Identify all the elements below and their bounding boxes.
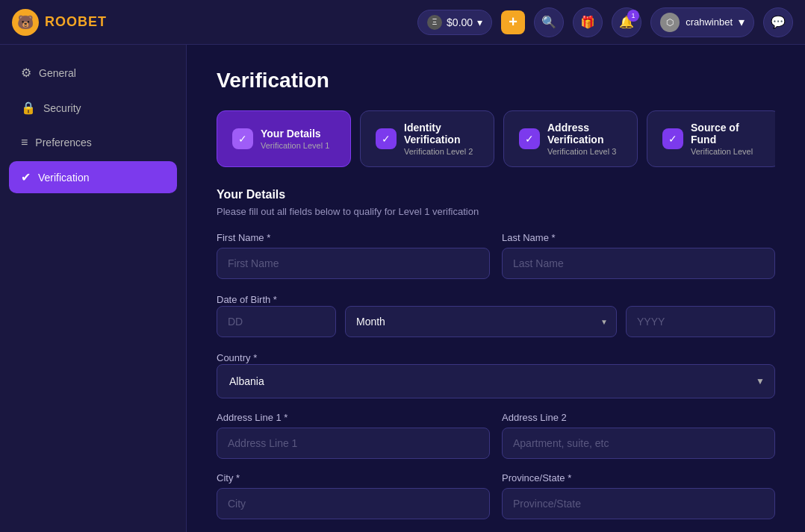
sidebar-item-label: Security xyxy=(43,102,81,114)
dob-month-select[interactable]: Month January February March April May J… xyxy=(345,306,617,337)
gift-button[interactable]: 🎁 xyxy=(573,7,603,37)
search-icon: 🔍 xyxy=(541,15,556,29)
tab-labels: Identity Verification Verification Level… xyxy=(404,122,479,156)
country-select[interactable]: Albania United States United Kingdom Aus… xyxy=(217,364,775,398)
sidebar-item-security[interactable]: 🔒 Security xyxy=(9,92,177,124)
chat-icon: 💬 xyxy=(771,15,786,29)
tab-your-details[interactable]: ✓ Your Details Verification Level 1 xyxy=(217,110,351,167)
province-label: Province/State * xyxy=(502,472,775,484)
verify-icon: ✔ xyxy=(21,170,31,184)
address2-group: Address Line 2 xyxy=(502,412,775,459)
tab-labels: Source of Fund Verification Level xyxy=(691,122,765,156)
tab-title: Source of Fund xyxy=(691,122,765,145)
chat-button[interactable]: 💬 xyxy=(763,7,793,37)
sidebar-item-general[interactable]: ⚙ General xyxy=(9,57,177,89)
first-name-input[interactable] xyxy=(217,248,490,279)
tab-title: Identity Verification xyxy=(404,122,479,145)
gift-icon: 🎁 xyxy=(580,15,595,29)
tab-subtitle: Verification Level 3 xyxy=(547,147,622,156)
dob-month-group: Month January February March April May J… xyxy=(345,306,617,337)
user-chevron-icon: ▾ xyxy=(739,15,745,29)
tab-title: Address Verification xyxy=(547,122,622,145)
address2-label: Address Line 2 xyxy=(502,412,775,423)
last-name-input[interactable] xyxy=(502,248,775,279)
topnav: 🐻 ROOBET Ξ $0.00 ▾ + 🔍 🎁 🔔 1 ⬡ crahwinbe… xyxy=(0,0,805,45)
address1-input[interactable] xyxy=(217,428,490,459)
dob-year-input[interactable] xyxy=(626,306,775,337)
main-layout: ⚙ General 🔒 Security ≡ Preferences ✔ Ver… xyxy=(0,45,805,532)
city-row: City * Province/State * xyxy=(217,472,775,519)
tab-address[interactable]: ✓ Address Verification Verification Leve… xyxy=(503,110,638,167)
address1-group: Address Line 1 * xyxy=(217,412,490,459)
page-title: Verification xyxy=(217,69,775,93)
sidebar-item-verification[interactable]: ✔ Verification xyxy=(9,161,177,193)
main-content: Verification ✓ Your Details Verification… xyxy=(187,45,805,532)
username-label: crahwinbet xyxy=(686,16,733,28)
gear-icon: ⚙ xyxy=(21,66,31,80)
add-funds-button[interactable]: + xyxy=(501,10,525,34)
sidebar-item-label: Verification xyxy=(38,172,89,184)
dob-year-group xyxy=(626,306,775,337)
last-name-group: Last Name * xyxy=(502,232,775,279)
notification-badge: 1 xyxy=(627,10,639,22)
city-input[interactable] xyxy=(217,488,490,519)
last-name-label: Last Name * xyxy=(502,232,775,243)
search-button[interactable]: 🔍 xyxy=(534,7,564,37)
name-row: First Name * Last Name * xyxy=(217,232,775,279)
logo[interactable]: 🐻 ROOBET xyxy=(12,9,107,36)
address-row: Address Line 1 * Address Line 2 xyxy=(217,412,775,459)
your-details-section: Your Details Please fill out all fields … xyxy=(217,188,775,532)
lock-icon: 🔒 xyxy=(21,101,36,115)
verification-tabs: ✓ Your Details Verification Level 1 ✓ Id… xyxy=(217,110,775,167)
address1-label: Address Line 1 * xyxy=(217,412,490,423)
sidebar-item-label: Preferences xyxy=(35,137,91,148)
logo-text: ROOBET xyxy=(45,14,107,30)
tab-check-icon: ✓ xyxy=(376,128,397,149)
sliders-icon: ≡ xyxy=(21,136,28,149)
tab-subtitle: Verification Level xyxy=(691,147,765,156)
tab-subtitle: Verification Level 2 xyxy=(404,147,479,156)
balance-amount: $0.00 xyxy=(447,16,473,28)
dob-inputs: Month January February March April May J… xyxy=(217,306,775,337)
tab-title: Your Details xyxy=(261,128,329,140)
balance-chevron: ▾ xyxy=(477,16,482,28)
tab-source[interactable]: ✓ Source of Fund Verification Level xyxy=(647,110,775,167)
city-label: City * xyxy=(217,472,490,484)
province-input[interactable] xyxy=(502,488,775,519)
country-select-wrapper: Albania United States United Kingdom Aus… xyxy=(217,364,775,398)
dob-dd-group xyxy=(217,306,336,337)
logo-icon: 🐻 xyxy=(12,9,39,36)
tab-check-icon: ✓ xyxy=(232,128,253,149)
city-group: City * xyxy=(217,472,490,519)
first-name-group: First Name * xyxy=(217,232,490,279)
section-title: Your Details xyxy=(217,188,775,201)
country-label: Country * xyxy=(217,352,257,363)
balance-button[interactable]: Ξ $0.00 ▾ xyxy=(417,10,492,35)
sidebar: ⚙ General 🔒 Security ≡ Preferences ✔ Ver… xyxy=(0,45,187,532)
sidebar-item-preferences[interactable]: ≡ Preferences xyxy=(9,127,177,158)
tab-identity[interactable]: ✓ Identity Verification Verification Lev… xyxy=(360,110,494,167)
dob-day-input[interactable] xyxy=(217,306,336,337)
dob-label: Date of Birth * xyxy=(217,294,277,305)
avatar: ⬡ xyxy=(660,13,680,32)
sidebar-item-label: General xyxy=(39,67,76,79)
currency-icon: Ξ xyxy=(427,15,442,30)
first-name-label: First Name * xyxy=(217,232,490,243)
tab-check-icon: ✓ xyxy=(519,128,540,149)
user-menu-button[interactable]: ⬡ crahwinbet ▾ xyxy=(650,7,754,37)
country-group: Country * Albania United States United K… xyxy=(217,351,775,398)
dob-group: Date of Birth * Month January February M… xyxy=(217,292,775,337)
province-group: Province/State * xyxy=(502,472,775,519)
address2-input[interactable] xyxy=(502,428,775,459)
notification-button[interactable]: 🔔 1 xyxy=(612,7,641,37)
tab-labels: Address Verification Verification Level … xyxy=(547,122,622,156)
section-description: Please fill out all fields below to qual… xyxy=(217,206,775,217)
tab-labels: Your Details Verification Level 1 xyxy=(261,128,329,150)
tab-subtitle: Verification Level 1 xyxy=(261,141,329,150)
tab-check-icon: ✓ xyxy=(662,128,683,149)
